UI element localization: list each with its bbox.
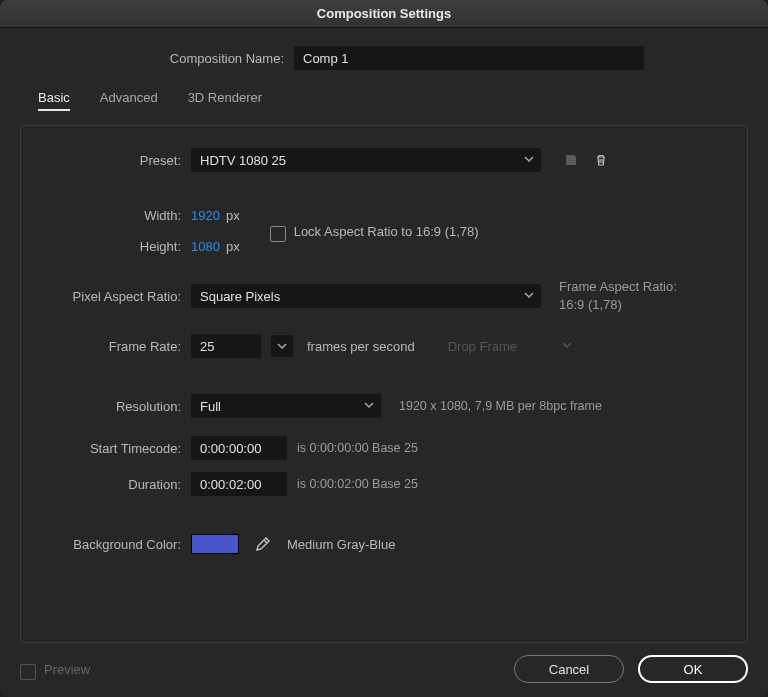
- titlebar: Composition Settings: [0, 0, 768, 28]
- width-unit: px: [226, 208, 240, 223]
- comp-name-input[interactable]: [294, 46, 644, 70]
- drop-frame-select: Drop Frame: [439, 334, 579, 358]
- height-value[interactable]: 1080: [191, 239, 220, 254]
- resolution-info: 1920 x 1080, 7,9 MB per 8bpc frame: [399, 399, 602, 413]
- resolution-label: Resolution:: [41, 399, 191, 414]
- frame-aspect-value: 16:9 (1,78): [559, 296, 677, 314]
- lock-aspect-checkbox[interactable]: [270, 226, 286, 242]
- chevron-down-icon: [524, 290, 534, 302]
- duration-input[interactable]: [191, 472, 287, 496]
- width-label: Width:: [41, 208, 191, 223]
- preview-checkbox: [20, 664, 36, 680]
- save-preset-button: [559, 148, 583, 172]
- chevron-down-icon: [562, 340, 572, 352]
- width-value[interactable]: 1920: [191, 208, 220, 223]
- fps-unit: frames per second: [307, 339, 415, 354]
- resolution-value: Full: [200, 399, 221, 414]
- eyedropper-button[interactable]: [251, 532, 275, 556]
- footer: Preview Cancel OK: [0, 643, 768, 697]
- duration-label: Duration:: [41, 477, 191, 492]
- bg-color-swatch[interactable]: [191, 534, 239, 554]
- height-unit: px: [226, 239, 240, 254]
- chevron-down-icon: [364, 400, 374, 412]
- comp-name-label: Composition Name:: [24, 51, 294, 66]
- preset-label: Preset:: [41, 153, 191, 168]
- tab-advanced[interactable]: Advanced: [100, 90, 158, 111]
- start-tc-input[interactable]: [191, 436, 287, 460]
- duration-info: is 0:00:02:00 Base 25: [297, 477, 418, 491]
- trash-icon: [594, 153, 608, 167]
- par-label: Pixel Aspect Ratio:: [41, 289, 191, 304]
- tab-basic[interactable]: Basic: [38, 90, 70, 111]
- tab-3d-renderer[interactable]: 3D Renderer: [188, 90, 262, 111]
- ok-button[interactable]: OK: [638, 655, 748, 683]
- cancel-button[interactable]: Cancel: [514, 655, 624, 683]
- eyedropper-icon: [255, 536, 271, 552]
- start-tc-label: Start Timecode:: [41, 441, 191, 456]
- save-preset-icon: [564, 153, 578, 167]
- fps-menu-button[interactable]: [271, 335, 293, 357]
- drop-frame-value: Drop Frame: [448, 339, 517, 354]
- tabs: Basic Advanced 3D Renderer: [20, 86, 748, 121]
- chevron-down-icon: [524, 154, 534, 166]
- par-value: Square Pixels: [200, 289, 280, 304]
- bg-color-label: Background Color:: [41, 537, 191, 552]
- resolution-select[interactable]: Full: [191, 394, 381, 418]
- preset-value: HDTV 1080 25: [200, 153, 286, 168]
- fps-input[interactable]: [191, 334, 261, 358]
- titlebar-title: Composition Settings: [317, 6, 451, 21]
- fps-label: Frame Rate:: [41, 339, 191, 354]
- panel-basic: Preset: HDTV 1080 25 Wid: [20, 125, 748, 643]
- chevron-down-icon: [277, 341, 287, 351]
- frame-aspect-label: Frame Aspect Ratio:: [559, 278, 677, 296]
- bg-color-name: Medium Gray-Blue: [287, 537, 395, 552]
- preview-label: Preview: [44, 662, 90, 677]
- par-select[interactable]: Square Pixels: [191, 284, 541, 308]
- height-label: Height:: [41, 239, 191, 254]
- composition-settings-dialog: Composition Settings Composition Name: B…: [0, 0, 768, 697]
- preset-select[interactable]: HDTV 1080 25: [191, 148, 541, 172]
- delete-preset-button[interactable]: [589, 148, 613, 172]
- start-tc-info: is 0:00:00:00 Base 25: [297, 441, 418, 455]
- dialog-content: Composition Name: Basic Advanced 3D Rend…: [0, 28, 768, 643]
- lock-aspect-label: Lock Aspect Ratio to 16:9 (1,78): [294, 224, 479, 239]
